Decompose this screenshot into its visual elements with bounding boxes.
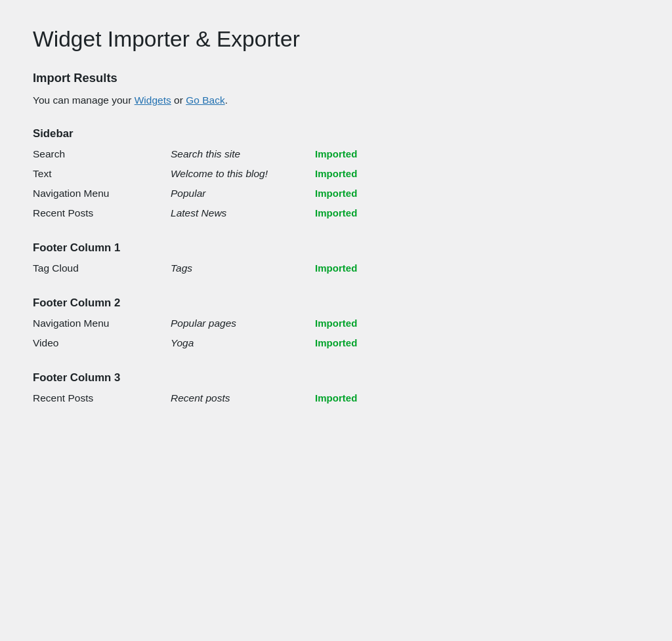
widget-name: Recent Posts (33, 207, 171, 219)
section-footer-column-1: Footer Column 1Tag CloudTagsImported (33, 241, 639, 278)
import-results-heading: Import Results (33, 71, 639, 85)
widget-name: Text (33, 168, 171, 180)
widgets-link[interactable]: Widgets (135, 94, 171, 106)
widget-status: Imported (315, 392, 357, 403)
widget-name: Search (33, 148, 171, 160)
table-row: Recent PostsRecent postsImported (33, 388, 639, 408)
widget-name: Navigation Menu (33, 318, 171, 329)
widget-name: Navigation Menu (33, 188, 171, 199)
go-back-link[interactable]: Go Back (186, 94, 225, 106)
page-title: Widget Importer & Exporter (33, 26, 639, 52)
section-label-footer-column-3: Footer Column 3 (33, 371, 639, 384)
manage-text-prefix: You can manage your (33, 94, 135, 106)
widget-title: Latest News (171, 207, 315, 219)
widget-title: Popular pages (171, 318, 315, 329)
table-row: VideoYogaImported (33, 333, 639, 353)
sections-container: SidebarSearchSearch this siteImportedTex… (33, 127, 639, 408)
widget-title: Search this site (171, 148, 315, 160)
manage-text-middle: or (171, 94, 186, 106)
section-label-footer-column-2: Footer Column 2 (33, 297, 639, 310)
widget-title: Yoga (171, 337, 315, 349)
widget-status: Imported (315, 318, 357, 329)
widget-status: Imported (315, 168, 357, 179)
section-label-sidebar: Sidebar (33, 127, 639, 140)
section-footer-column-2: Footer Column 2Navigation MenuPopular pa… (33, 297, 639, 353)
widget-status: Imported (315, 262, 357, 274)
table-row: Navigation MenuPopularImported (33, 184, 639, 203)
widget-status: Imported (315, 188, 357, 199)
section-label-footer-column-1: Footer Column 1 (33, 241, 639, 255)
widget-title: Popular (171, 188, 315, 199)
table-row: Tag CloudTagsImported (33, 258, 639, 278)
manage-text-suffix: . (225, 94, 228, 106)
widget-name: Tag Cloud (33, 262, 171, 274)
widget-title: Welcome to this blog! (171, 168, 315, 180)
table-row: SearchSearch this siteImported (33, 144, 639, 164)
widget-title: Recent posts (171, 392, 315, 404)
widget-name: Recent Posts (33, 392, 171, 404)
table-row: Navigation MenuPopular pagesImported (33, 314, 639, 333)
widget-status: Imported (315, 337, 357, 348)
table-row: TextWelcome to this blog!Imported (33, 164, 639, 184)
widget-status: Imported (315, 207, 357, 218)
widget-name: Video (33, 337, 171, 349)
table-row: Recent PostsLatest NewsImported (33, 203, 639, 223)
manage-text: You can manage your Widgets or Go Back. (33, 94, 639, 106)
section-footer-column-3: Footer Column 3Recent PostsRecent postsI… (33, 371, 639, 408)
widget-status: Imported (315, 148, 357, 159)
widget-title: Tags (171, 262, 315, 274)
section-sidebar: SidebarSearchSearch this siteImportedTex… (33, 127, 639, 223)
